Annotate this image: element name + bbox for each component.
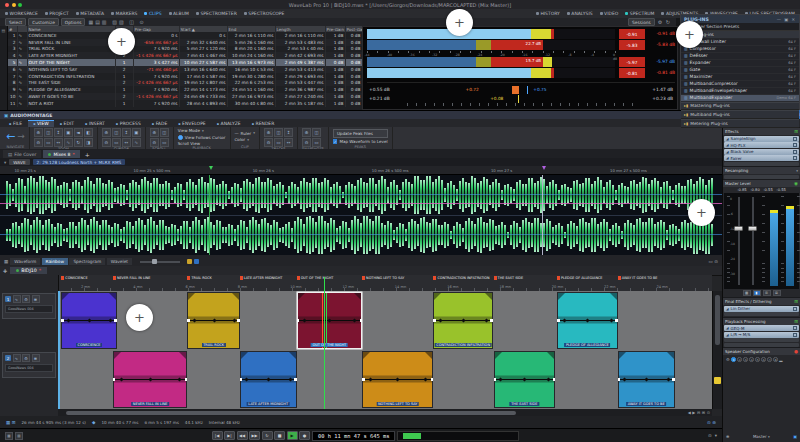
speaker-button-1[interactable]: 1 [731,357,736,362]
track-route-label[interactable]: GoodNews 004 [5,364,53,372]
options-button[interactable]: Options [61,18,86,26]
fade-in-shape[interactable] [434,293,441,300]
collapse-icon[interactable]: ▾ [4,160,6,165]
monitor-icon[interactable]: ▣ [793,434,797,439]
slot-bypass-icon[interactable] [793,326,797,330]
plugin-slot[interactable]: ◢HQ-FLX [724,142,799,148]
fader-handle-left[interactable] [734,226,743,231]
montage-horizontal-scrollbar[interactable]: ◀▶⊟⊞⊙ [58,409,712,416]
montage-clip[interactable]: NOTHING LEFT TO SAY [362,351,433,408]
montage-vertical-scrollbar[interactable] [712,291,722,409]
slot-bypass-icon[interactable] [793,137,797,141]
montage-zoom-controls[interactable]: ◀▶⊟⊞⊙ [688,410,710,415]
record-button[interactable]: ● [299,431,310,440]
clip-edge-handle[interactable] [615,319,618,322]
snapshot-recall-icon[interactable]: ⊖ [302,138,311,147]
snapshot-capture-icon[interactable]: ⊕ [302,128,311,137]
montage-marker[interactable]: PLEDGE OF ALLEGIANCE [557,276,602,280]
view-tab-spectrogram[interactable]: Spectrogram [69,258,105,265]
track-up-icon[interactable]: ▭ [274,138,283,147]
empty-effect-slot[interactable] [724,162,799,166]
master-output-select[interactable]: Master ▾ [753,434,770,439]
table-row[interactable]: 7∿CONTRADICTION INFILTRATION17 s 920 ms1… [8,73,362,80]
montage-clip[interactable]: AWAY IT GOES TO BE [618,351,675,408]
cursor-start-icon[interactable]: ⊕ [102,128,111,137]
clip-edge-handle[interactable] [431,378,434,381]
montage-clip[interactable]: PLEDGE OF ALLEGIANCE [557,292,618,349]
layout-grid-icons[interactable]: ▦▤▥ ▨▧ ◫ ⊙ [88,19,145,25]
track-add-icon[interactable]: ⊕ [264,128,273,137]
zoom-in-icon[interactable]: ⊕ [34,128,43,137]
audiomontage-header[interactable]: ▣ AUDIOMONTAGE [0,111,722,119]
plugin-slot[interactable]: ◢Black Valve [724,149,799,155]
montage-clip[interactable]: CONSCIENCE [61,292,117,349]
montage-marker[interactable]: LATE AFTER MIDNIGHT [240,276,283,280]
tab-album[interactable]: ALBUM [169,11,189,16]
plugin-item[interactable]: ▥MultibandCompressor64 F [681,81,799,88]
plugin-item[interactable]: ▥MultibandEnvelopeShaper64 F [681,88,799,95]
stop-button[interactable]: ■ [274,431,285,440]
back-arrow-icon[interactable]: ← [6,131,15,142]
vscroll-thumb[interactable] [715,295,720,345]
play-button[interactable]: ▶ [287,431,298,440]
cursor-left-icon[interactable]: ◫ [112,128,121,137]
edit-cursor[interactable] [542,175,543,255]
ribbon-tab-view[interactable]: ▪VIEW [28,120,54,127]
montage-menu-icon[interactable]: ✚ [3,268,7,274]
plugin-group[interactable]: ▸▮Metering Plug-ins [681,119,799,128]
clip-edge-handle[interactable] [294,378,297,381]
speaker-button-2[interactable]: 2 [737,357,742,362]
speaker-button-8[interactable]: 8 [773,357,778,362]
ribbon-tab-insert[interactable]: ▪INSERT [80,120,110,127]
fade-out-shape[interactable] [610,293,617,300]
plugin-group[interactable]: ▸▮Mastering Plug-ins [681,102,799,111]
forward-arrow-icon[interactable]: → [17,132,25,141]
ribbon-tab-edit[interactable]: ▪EDIT [55,120,79,127]
fade-out-shape[interactable] [547,352,554,359]
table-row[interactable]: 6∿NOTHING LEFT TO SAY2-71 ms 460 µs13 mn… [8,66,362,73]
snapshot-menu-icon[interactable]: ▭ [312,138,321,147]
cursor-marker-icon[interactable]: ↕ [122,128,131,137]
marker-yellow-icon[interactable] [187,259,192,264]
link-channels-icon[interactable]: ◉ [794,181,798,186]
plugin-item[interactable]: ▥Expander64 F [681,60,799,67]
clip-edge-handle[interactable] [360,319,363,322]
doc-tab-file-cover[interactable]: ▤ File Cover [3,150,41,158]
speaker-button-7[interactable]: 7 [767,357,772,362]
column-header-Pre-Gain[interactable]: Pre-Gain [325,26,345,32]
scroll-end-icon[interactable]: ⊖ [150,138,159,147]
montage-marker[interactable]: NEVER FALL IN LINE [113,276,151,280]
zoom-audio-icon[interactable]: ∿ [64,138,73,147]
slot-bypass-icon[interactable] [793,143,797,147]
montage-marker[interactable]: THE EAST SIDE [494,276,524,280]
montage-clip[interactable]: LATE AFTER MIDNIGHT [240,351,297,408]
zoom-slider[interactable] [140,261,180,263]
speaker-config-header[interactable]: Speaker Configuration● [723,347,800,355]
customize-button[interactable]: Customize [28,18,59,26]
clip-edge-handle[interactable] [672,378,675,381]
track-menu-icon[interactable]: ≡ [32,354,40,362]
snapshot-update-icon[interactable]: ◫ [312,128,321,137]
track-wave-icon[interactable]: ∿ [13,295,21,303]
speaker-button-6[interactable]: 6 [761,357,766,362]
update-peak-files-button[interactable]: Update Peak Files [333,129,388,138]
tab-workspace[interactable]: WORKSPACE [5,11,38,16]
plugin-item[interactable]: ▥Gate64 F [681,67,799,74]
add-dither-icon[interactable]: ⊞ [794,299,798,304]
zoom-slider-thumb[interactable] [152,259,157,264]
status-left-icons[interactable]: ▦ ⊞ [6,420,15,425]
skip-end-button[interactable]: ▶| [224,431,235,440]
ribbon-tab-file[interactable]: ▪FILE [4,120,27,127]
fade-in-shape[interactable] [619,352,626,359]
clip-edge-handle[interactable] [61,319,64,322]
cursor-edge-icon[interactable]: ↔ [122,138,131,147]
focused-clip-info[interactable]: 2: 29.128 Loudness North + MLRX RMS [33,159,126,165]
clip-edge-handle[interactable] [557,319,560,322]
hscroll-thumb[interactable] [66,411,516,415]
clip-edge-handle[interactable] [297,319,300,322]
settings-gear-icon[interactable]: ⚙ ↻ [658,19,671,25]
plugin-group[interactable]: ▸▮Multiband Plug-ins [681,110,799,119]
zoom-left-icon[interactable]: ◧ [84,128,93,137]
montage-track-lane-1[interactable]: CONSCIENCETRIAL ROCKOUT OF THE NIGHTCONT… [58,291,712,351]
clip-edge-handle[interactable] [185,378,188,381]
